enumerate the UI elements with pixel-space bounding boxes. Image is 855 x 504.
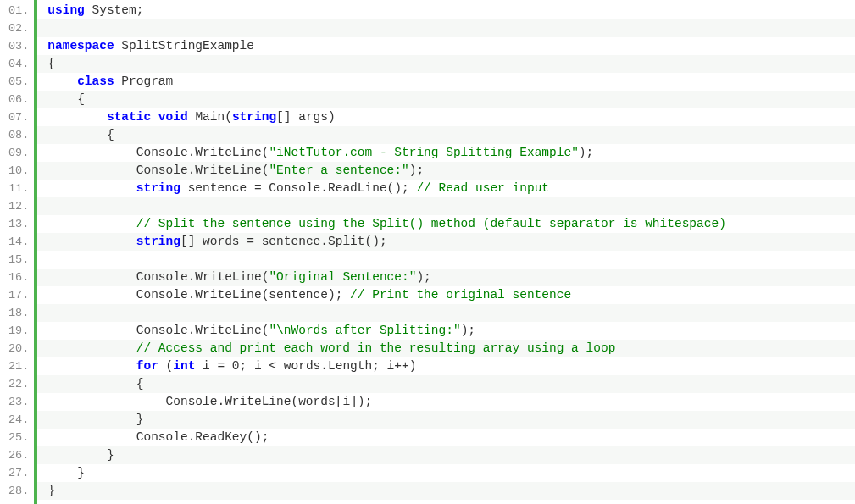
code-line: // Access and print each word in the res… — [37, 340, 855, 357]
line-number: 03. — [0, 37, 34, 55]
code-line: static void Main(string[] args) — [37, 108, 855, 126]
code-text: ); — [579, 146, 593, 159]
code-line: Console.WriteLine("Original Sentence:"); — [37, 269, 855, 286]
line-number: 18. — [0, 304, 34, 322]
keyword: string — [136, 181, 180, 195]
line-number: 12. — [0, 197, 34, 215]
code-text: Console.WriteLine( — [136, 146, 269, 159]
code-line: { — [37, 55, 855, 73]
brace: { — [136, 377, 144, 390]
code-text: ); — [409, 163, 424, 177]
line-number: 26. — [0, 446, 34, 464]
code-line: // Split the sentence using the Split() … — [37, 215, 855, 233]
code-line: { — [37, 126, 855, 144]
line-number: 11. — [0, 180, 34, 197]
brace: } — [136, 413, 144, 426]
brace: { — [107, 128, 114, 141]
code-text: Main( — [195, 110, 232, 124]
code-text: ( — [158, 359, 173, 373]
line-number: 20. — [0, 340, 34, 357]
string-literal: "Enter a sentence:" — [269, 163, 408, 177]
code-text: ); — [461, 324, 475, 337]
code-area: using System; namespace SplitStringExamp… — [37, 0, 855, 504]
code-line: Console.WriteLine("Enter a sentence:"); — [37, 162, 855, 180]
line-number: 09. — [0, 144, 34, 162]
line-number: 27. — [0, 464, 34, 482]
code-text: Console.WriteLine( — [136, 270, 269, 284]
code-text: i = 0; i < words.Length; i++) — [195, 359, 416, 373]
code-text: Console.WriteLine(sentence); — [136, 288, 350, 302]
keyword: int — [173, 359, 195, 373]
keyword: for — [136, 359, 158, 373]
code-line: string[] words = sentence.Split(); — [37, 233, 855, 251]
keyword: void — [158, 110, 188, 124]
code-text: Console.WriteLine(words[i]); — [166, 395, 373, 408]
code-block: 01. 02. 03. 04. 05. 06. 07. 08. 09. 10. … — [0, 0, 855, 504]
code-text: [] words = sentence.Split(); — [180, 235, 387, 248]
code-text: ); — [416, 270, 430, 284]
line-number: 24. — [0, 411, 34, 429]
line-number: 02. — [0, 19, 34, 37]
code-text: System; — [92, 3, 144, 17]
line-number: 01. — [0, 2, 34, 19]
code-line: Console.WriteLine("\nWords after Splitti… — [37, 322, 855, 340]
code-text: sentence = Console.ReadLine(); — [180, 181, 416, 195]
code-line: using System; — [37, 2, 855, 19]
code-line: class Program — [37, 73, 855, 91]
code-line: } — [37, 411, 855, 429]
comment: // Print the original sentence — [350, 288, 571, 302]
keyword: static — [107, 110, 151, 124]
code-text: Console.WriteLine( — [136, 324, 269, 337]
code-line: Console.WriteLine(sentence); // Print th… — [37, 286, 855, 304]
code-text: SplitStringExample — [121, 39, 254, 53]
brace: { — [47, 57, 55, 70]
code-line: namespace SplitStringExample — [37, 37, 855, 55]
comment: // Read user input — [416, 181, 549, 195]
line-number: 13. — [0, 215, 34, 233]
code-line: for (int i = 0; i < words.Length; i++) — [37, 357, 855, 375]
string-literal: "Original Sentence:" — [269, 270, 416, 284]
line-number: 17. — [0, 286, 34, 304]
keyword: using — [47, 3, 85, 17]
line-number: 06. — [0, 91, 34, 108]
keyword: namespace — [47, 39, 114, 53]
code-line: { — [37, 91, 855, 108]
code-line: } — [37, 446, 855, 464]
code-line — [37, 19, 855, 37]
line-number: 07. — [0, 108, 34, 126]
line-number: 23. — [0, 393, 34, 411]
brace: } — [47, 484, 55, 497]
string-literal: "\nWords after Splitting:" — [269, 324, 460, 337]
code-text: [] args) — [276, 110, 336, 124]
code-line: Console.ReadKey(); — [37, 429, 855, 446]
line-number: 16. — [0, 269, 34, 286]
line-number: 25. — [0, 429, 34, 446]
code-line: } — [37, 464, 855, 482]
line-number: 04. — [0, 55, 34, 73]
line-number: 15. — [0, 251, 34, 269]
brace: } — [107, 448, 114, 462]
keyword: string — [232, 110, 276, 124]
code-line: string sentence = Console.ReadLine(); //… — [37, 180, 855, 197]
code-line — [37, 197, 855, 215]
code-text: Console.ReadKey(); — [136, 430, 269, 444]
code-line — [37, 251, 855, 269]
line-number: 10. — [0, 162, 34, 180]
comment: // Split the sentence using the Split() … — [136, 217, 726, 230]
line-number: 22. — [0, 375, 34, 393]
line-number: 14. — [0, 233, 34, 251]
code-text: Console.WriteLine( — [136, 163, 269, 177]
code-text: Program — [121, 75, 173, 88]
line-number: 21. — [0, 357, 34, 375]
code-line: Console.WriteLine(words[i]); — [37, 393, 855, 411]
code-line: { — [37, 375, 855, 393]
brace: { — [77, 92, 85, 106]
keyword: class — [77, 75, 114, 88]
line-number: 08. — [0, 126, 34, 144]
line-number: 19. — [0, 322, 34, 340]
string-literal: "iNetTutor.com - String Splitting Exampl… — [269, 146, 578, 159]
line-number-gutter: 01. 02. 03. 04. 05. 06. 07. 08. 09. 10. … — [0, 0, 34, 504]
code-line: Console.WriteLine("iNetTutor.com - Strin… — [37, 144, 855, 162]
code-line: } — [37, 482, 855, 500]
comment: // Access and print each word in the res… — [136, 341, 616, 355]
